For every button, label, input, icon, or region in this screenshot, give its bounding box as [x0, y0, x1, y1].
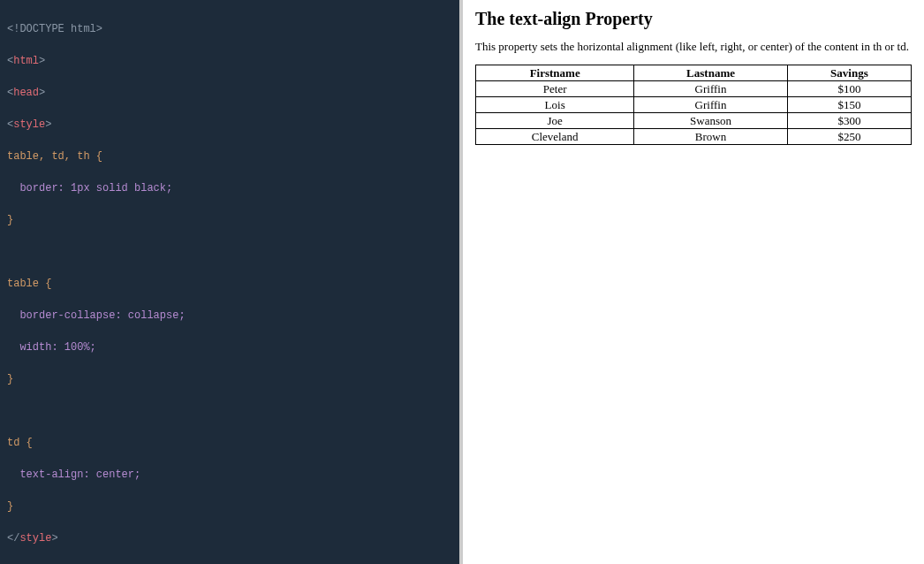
col-firstname: Firstname [476, 65, 634, 81]
code-editor[interactable]: <!DOCTYPE html> <html> <head> <style> ta… [0, 0, 463, 564]
col-savings: Savings [787, 65, 911, 81]
table-header-row: Firstname Lastname Savings [476, 65, 912, 81]
table-row: Cleveland Brown $250 [476, 129, 912, 145]
editor-split: <!DOCTYPE html> <html> <head> <style> ta… [0, 0, 924, 564]
source-code[interactable]: <!DOCTYPE html> <html> <head> <style> ta… [7, 5, 452, 564]
table-row: Joe Swanson $300 [476, 113, 912, 129]
code-token: <!DOCTYPE html> [7, 23, 102, 35]
preview-paragraph: This property sets the horizontal alignm… [475, 40, 912, 54]
preview-heading: The text-align Property [475, 9, 912, 29]
table-row: Lois Griffin $150 [476, 97, 912, 113]
col-lastname: Lastname [634, 65, 787, 81]
preview-pane: The text-align Property This property se… [463, 0, 924, 564]
preview-table: Firstname Lastname Savings Peter Griffin… [475, 65, 912, 145]
table-row: Peter Griffin $100 [476, 81, 912, 97]
